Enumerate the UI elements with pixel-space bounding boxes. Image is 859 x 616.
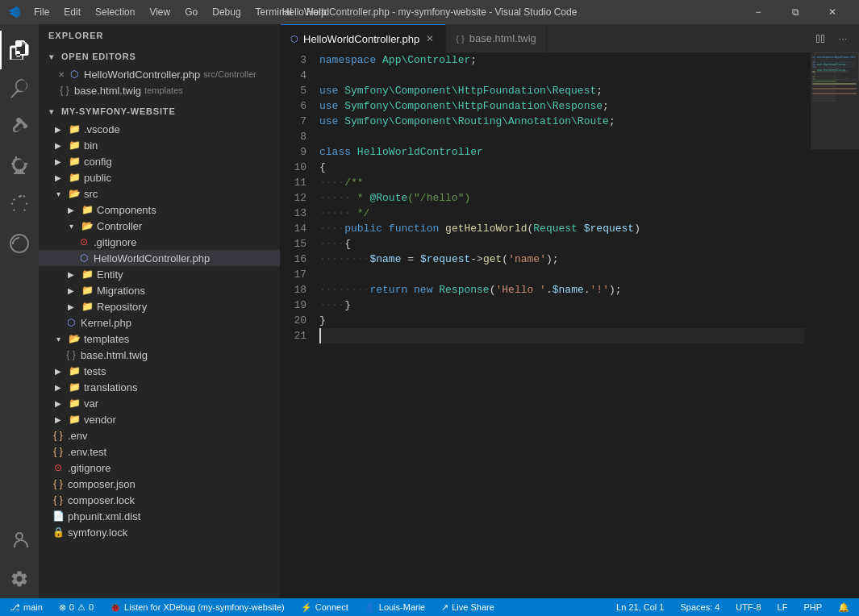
folder-bin-icon: 📁 xyxy=(68,139,81,152)
folder-controller-label: Controller xyxy=(97,220,142,232)
minimize-button[interactable]: − xyxy=(740,0,777,24)
close-tab-icon[interactable]: ✕ xyxy=(58,70,65,79)
live-share-label: Live Share xyxy=(452,602,494,612)
status-live-share[interactable]: ↗ Live Share xyxy=(438,602,498,613)
file-composer-lock[interactable]: { } composer.lock xyxy=(39,492,280,508)
status-branch[interactable]: ⎇ main xyxy=(6,602,46,613)
folder-tests-icon: 📁 xyxy=(68,364,81,377)
accounts-icon xyxy=(10,531,29,550)
folder-components[interactable]: ▶ 📁 Components xyxy=(39,202,280,218)
file-env[interactable]: { } .env xyxy=(39,427,280,443)
folder-vendor[interactable]: ▶ 📁 vendor xyxy=(39,411,280,427)
open-editors-section[interactable]: ▾ Open Editors xyxy=(39,47,280,66)
folder-translations[interactable]: ▶ 📁 translations xyxy=(39,379,280,395)
status-encoding[interactable]: UTF-8 xyxy=(732,602,764,612)
activity-extensions[interactable] xyxy=(0,185,39,224)
file-kernel[interactable]: ⬡ Kernel.php xyxy=(39,314,280,331)
repository-chevron: ▶ xyxy=(65,300,77,313)
folder-entity-label: Entity xyxy=(97,268,123,281)
menu-file[interactable]: File xyxy=(27,5,56,19)
activity-search[interactable] xyxy=(0,69,39,108)
split-editor-button[interactable] xyxy=(811,29,830,48)
activity-source-control[interactable] xyxy=(0,108,39,147)
menu-go[interactable]: Go xyxy=(178,5,204,19)
status-cursor[interactable]: Ln 21, Col 1 xyxy=(613,602,667,612)
activity-bar xyxy=(0,24,39,598)
menu-debug[interactable]: Debug xyxy=(206,5,247,19)
activity-debug[interactable] xyxy=(0,147,39,185)
more-actions-button[interactable]: ··· xyxy=(833,29,853,48)
folder-var-icon: 📁 xyxy=(68,397,81,410)
activity-settings[interactable] xyxy=(0,560,39,598)
code-line-16: ········$name = $request->get('name'); xyxy=(319,252,804,267)
folder-vscode[interactable]: ▶ 📁 .vscode xyxy=(39,121,280,137)
activity-remote-explorer[interactable] xyxy=(0,224,39,263)
extensions-icon xyxy=(10,195,29,214)
line-ending-label: LF xyxy=(778,602,788,612)
folder-controller[interactable]: ▾ 📂 Controller xyxy=(39,218,280,234)
folder-src-icon: 📂 xyxy=(68,187,81,200)
menu-edit[interactable]: Edit xyxy=(57,5,87,19)
code-content[interactable]: namespace App\Controller; use Symfony\Co… xyxy=(313,52,811,598)
open-editor-twig[interactable]: { } base.html.twig templates xyxy=(39,82,280,98)
file-gitignore-controller[interactable]: ⊙ .gitignore xyxy=(39,234,280,250)
maximize-button[interactable]: ⧉ xyxy=(777,0,814,24)
file-phpunit[interactable]: 📄 phpunit.xml.dist xyxy=(39,508,280,524)
folder-repository[interactable]: ▶ 📁 Repository xyxy=(39,298,280,314)
bin-chevron: ▶ xyxy=(52,139,65,152)
status-xdebug[interactable]: 🐞 Listen for XDebug (my-symfony-website) xyxy=(106,602,288,613)
file-base-twig[interactable]: { } base.html.twig xyxy=(39,347,280,363)
cursor xyxy=(319,328,321,343)
git-file-icon: ⊙ xyxy=(77,235,90,248)
encoding-label: UTF-8 xyxy=(736,602,761,612)
folder-src[interactable]: ▾ 📂 src xyxy=(39,185,280,202)
menu-selection[interactable]: Selection xyxy=(89,5,141,19)
tab-controller[interactable]: ⬡ HelloWorldController.php ✕ xyxy=(281,24,446,52)
tab-controller-close[interactable]: ✕ xyxy=(424,31,436,46)
status-bar: ⎇ main ⊗ 0 ⚠ 0 🐞 Listen for XDebug (my-s… xyxy=(0,598,859,616)
sidebar: Explorer ▾ Open Editors ✕ ⬡ HelloWorldCo… xyxy=(39,24,281,598)
file-controller-php[interactable]: ⬡ HelloWorldController.php xyxy=(39,250,280,266)
sidebar-content[interactable]: ▾ Open Editors ✕ ⬡ HelloWorldController.… xyxy=(39,47,280,598)
folder-templates[interactable]: ▾ 📂 templates xyxy=(39,331,280,347)
status-line-ending[interactable]: LF xyxy=(774,602,791,612)
activity-accounts[interactable] xyxy=(0,521,39,560)
folder-config[interactable]: ▶ 📁 config xyxy=(39,153,280,169)
close-button[interactable]: ✕ xyxy=(814,0,851,24)
file-gitignore-root[interactable]: ⊙ .gitignore xyxy=(39,460,280,476)
file-composer-json-label: composer.json xyxy=(68,478,136,490)
activity-explorer[interactable] xyxy=(0,31,39,69)
status-connect[interactable]: ⚡ Connect xyxy=(298,602,352,613)
file-symfony-lock[interactable]: 🔒 symfony.lock xyxy=(39,524,280,540)
tab-twig[interactable]: { } base.html.twig xyxy=(446,24,547,52)
status-language[interactable]: PHP xyxy=(800,602,825,612)
file-composer-json[interactable]: { } composer.json xyxy=(39,476,280,492)
code-line-11: ····/** xyxy=(319,175,804,190)
controller-chevron: ▾ xyxy=(65,219,77,232)
folder-public[interactable]: ▶ 📁 public xyxy=(39,169,280,185)
menu-view[interactable]: View xyxy=(143,5,177,19)
xdebug-icon: 🐞 xyxy=(110,602,121,613)
folder-tests-label: tests xyxy=(84,365,106,377)
open-editor-path: src/Controller xyxy=(203,69,256,79)
file-base-twig-label: base.html.twig xyxy=(81,349,148,361)
vscode-logo xyxy=(8,6,21,19)
project-section[interactable]: ▾ MY-SYMFONY-WEBSITE xyxy=(39,102,280,121)
git-branch-icon: ⎇ xyxy=(10,602,20,613)
folder-tests[interactable]: ▶ 📁 tests xyxy=(39,363,280,379)
open-editor-controller[interactable]: ✕ ⬡ HelloWorldController.php src/Control… xyxy=(39,66,280,82)
file-env-test[interactable]: { } .env.test xyxy=(39,443,280,460)
status-notifications[interactable]: 🔔 xyxy=(835,602,853,613)
folder-migrations[interactable]: ▶ 📁 Migrations xyxy=(39,282,280,298)
status-user[interactable]: 👤 Louis-Marie xyxy=(361,602,428,613)
main-container: Explorer ▾ Open Editors ✕ ⬡ HelloWorldCo… xyxy=(0,24,859,598)
folder-bin[interactable]: ▶ 📁 bin xyxy=(39,137,280,153)
bell-icon: 🔔 xyxy=(838,602,849,613)
status-errors[interactable]: ⊗ 0 ⚠ 0 xyxy=(56,602,97,613)
code-editor[interactable]: 3 4 5 6 7 8 9 10 11 12 13 14 15 16 17 18… xyxy=(281,52,859,598)
folder-entity[interactable]: ▶ 📁 Entity xyxy=(39,266,280,282)
tabs-bar: ⬡ HelloWorldController.php ✕ { } base.ht… xyxy=(281,24,859,52)
folder-var[interactable]: ▶ 📁 var xyxy=(39,395,280,411)
status-spaces[interactable]: Spaces: 4 xyxy=(677,602,723,612)
folder-config-label: config xyxy=(84,156,112,168)
